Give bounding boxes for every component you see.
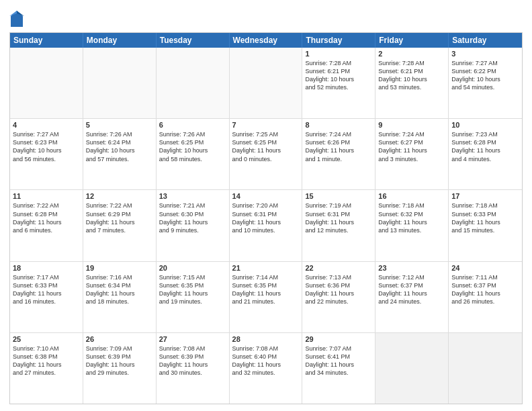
- day-info: Sunrise: 7:26 AM Sunset: 6:25 PM Dayligh…: [159, 130, 226, 163]
- calendar-cell: 20Sunrise: 7:15 AM Sunset: 6:35 PM Dayli…: [157, 262, 230, 332]
- day-info: Sunrise: 7:26 AM Sunset: 6:24 PM Dayligh…: [86, 130, 153, 163]
- day-info: Sunrise: 7:17 AM Sunset: 6:33 PM Dayligh…: [13, 273, 80, 306]
- calendar-cell: 27Sunrise: 7:08 AM Sunset: 6:39 PM Dayli…: [157, 333, 230, 404]
- calendar-cell: 26Sunrise: 7:09 AM Sunset: 6:39 PM Dayli…: [83, 333, 157, 404]
- calendar-cell: 21Sunrise: 7:14 AM Sunset: 6:35 PM Dayli…: [230, 262, 303, 332]
- calendar-cell: 13Sunrise: 7:21 AM Sunset: 6:30 PM Dayli…: [157, 190, 230, 261]
- calendar-header-cell: Friday: [375, 33, 449, 48]
- day-number: 5: [86, 121, 153, 129]
- day-info: Sunrise: 7:18 AM Sunset: 6:33 PM Dayligh…: [451, 201, 519, 234]
- day-info: Sunrise: 7:23 AM Sunset: 6:28 PM Dayligh…: [451, 130, 519, 163]
- calendar-cell: 15Sunrise: 7:19 AM Sunset: 6:31 PM Dayli…: [302, 190, 375, 261]
- day-number: 12: [86, 192, 153, 200]
- calendar-header-row: SundayMondayTuesdayWednesdayThursdayFrid…: [10, 33, 522, 48]
- calendar-cell: 12Sunrise: 7:22 AM Sunset: 6:29 PM Dayli…: [83, 190, 157, 261]
- day-number: 27: [159, 335, 226, 343]
- calendar-row: 11Sunrise: 7:22 AM Sunset: 6:28 PM Dayli…: [10, 190, 522, 261]
- calendar-cell: [230, 48, 303, 118]
- day-number: 7: [232, 121, 300, 129]
- calendar-cell: 25Sunrise: 7:10 AM Sunset: 6:38 PM Dayli…: [10, 333, 83, 404]
- day-info: Sunrise: 7:25 AM Sunset: 6:25 PM Dayligh…: [232, 130, 300, 163]
- day-info: Sunrise: 7:09 AM Sunset: 6:39 PM Dayligh…: [86, 345, 153, 377]
- day-number: 14: [232, 192, 300, 200]
- calendar-cell: 7Sunrise: 7:25 AM Sunset: 6:25 PM Daylig…: [230, 119, 303, 189]
- calendar-cell: 6Sunrise: 7:26 AM Sunset: 6:25 PM Daylig…: [157, 119, 230, 189]
- logo: [9, 9, 26, 28]
- day-number: 26: [86, 335, 153, 343]
- day-number: 19: [86, 264, 153, 272]
- day-number: 1: [305, 50, 372, 58]
- day-info: Sunrise: 7:24 AM Sunset: 6:27 PM Dayligh…: [378, 130, 445, 163]
- day-info: Sunrise: 7:27 AM Sunset: 6:22 PM Dayligh…: [451, 59, 519, 92]
- calendar-row: 1Sunrise: 7:28 AM Sunset: 6:21 PM Daylig…: [10, 48, 522, 119]
- calendar-cell: [10, 48, 83, 118]
- day-number: 8: [305, 121, 372, 129]
- calendar-cell: [83, 48, 157, 118]
- calendar-cell: 8Sunrise: 7:24 AM Sunset: 6:26 PM Daylig…: [302, 119, 375, 189]
- calendar-cell: 24Sunrise: 7:11 AM Sunset: 6:37 PM Dayli…: [449, 262, 522, 332]
- calendar-row: 4Sunrise: 7:27 AM Sunset: 6:23 PM Daylig…: [10, 119, 522, 190]
- calendar-cell: 2Sunrise: 7:28 AM Sunset: 6:21 PM Daylig…: [375, 48, 449, 118]
- day-number: 2: [378, 50, 445, 58]
- day-info: Sunrise: 7:20 AM Sunset: 6:31 PM Dayligh…: [232, 201, 300, 234]
- day-number: 6: [159, 121, 226, 129]
- calendar-cell: 19Sunrise: 7:16 AM Sunset: 6:34 PM Dayli…: [83, 262, 157, 332]
- day-info: Sunrise: 7:13 AM Sunset: 6:36 PM Dayligh…: [305, 273, 372, 306]
- calendar-header-cell: Wednesday: [230, 33, 303, 48]
- calendar-cell: [375, 333, 449, 404]
- day-info: Sunrise: 7:11 AM Sunset: 6:37 PM Dayligh…: [451, 273, 519, 306]
- day-number: 20: [159, 264, 226, 272]
- calendar-cell: 16Sunrise: 7:18 AM Sunset: 6:32 PM Dayli…: [375, 190, 449, 261]
- calendar-cell: 1Sunrise: 7:28 AM Sunset: 6:21 PM Daylig…: [302, 48, 375, 118]
- day-number: 13: [159, 192, 226, 200]
- day-number: 17: [451, 192, 519, 200]
- day-info: Sunrise: 7:28 AM Sunset: 6:21 PM Dayligh…: [305, 59, 372, 92]
- day-info: Sunrise: 7:12 AM Sunset: 6:37 PM Dayligh…: [378, 273, 445, 306]
- day-number: 25: [13, 335, 80, 343]
- calendar-cell: 23Sunrise: 7:12 AM Sunset: 6:37 PM Dayli…: [375, 262, 449, 332]
- day-number: 10: [451, 121, 519, 129]
- calendar-cell: 5Sunrise: 7:26 AM Sunset: 6:24 PM Daylig…: [83, 119, 157, 189]
- calendar-header-cell: Saturday: [449, 33, 522, 48]
- day-info: Sunrise: 7:27 AM Sunset: 6:23 PM Dayligh…: [13, 130, 80, 163]
- calendar-row: 18Sunrise: 7:17 AM Sunset: 6:33 PM Dayli…: [10, 262, 522, 333]
- calendar: SundayMondayTuesdayWednesdayThursdayFrid…: [9, 32, 523, 404]
- day-number: 16: [378, 192, 445, 200]
- calendar-header-cell: Monday: [83, 33, 157, 48]
- calendar-header-cell: Thursday: [302, 33, 375, 48]
- day-number: 24: [451, 264, 519, 272]
- calendar-cell: 14Sunrise: 7:20 AM Sunset: 6:31 PM Dayli…: [230, 190, 303, 261]
- calendar-cell: 18Sunrise: 7:17 AM Sunset: 6:33 PM Dayli…: [10, 262, 83, 332]
- calendar-cell: 11Sunrise: 7:22 AM Sunset: 6:28 PM Dayli…: [10, 190, 83, 261]
- day-info: Sunrise: 7:22 AM Sunset: 6:29 PM Dayligh…: [86, 201, 153, 234]
- calendar-cell: 29Sunrise: 7:07 AM Sunset: 6:41 PM Dayli…: [302, 333, 375, 404]
- day-number: 28: [232, 335, 300, 343]
- calendar-header-cell: Tuesday: [157, 33, 230, 48]
- day-number: 9: [378, 121, 445, 129]
- calendar-cell: 10Sunrise: 7:23 AM Sunset: 6:28 PM Dayli…: [449, 119, 522, 189]
- day-number: 22: [305, 264, 372, 272]
- day-info: Sunrise: 7:08 AM Sunset: 6:39 PM Dayligh…: [159, 345, 226, 377]
- day-number: 29: [305, 335, 372, 343]
- day-number: 15: [305, 192, 372, 200]
- calendar-cell: 3Sunrise: 7:27 AM Sunset: 6:22 PM Daylig…: [449, 48, 522, 118]
- calendar-cell: 28Sunrise: 7:08 AM Sunset: 6:40 PM Dayli…: [230, 333, 303, 404]
- calendar-row: 25Sunrise: 7:10 AM Sunset: 6:38 PM Dayli…: [10, 333, 522, 404]
- day-info: Sunrise: 7:19 AM Sunset: 6:31 PM Dayligh…: [305, 201, 372, 234]
- page: SundayMondayTuesdayWednesdayThursdayFrid…: [0, 0, 532, 411]
- day-info: Sunrise: 7:21 AM Sunset: 6:30 PM Dayligh…: [159, 201, 226, 234]
- logo-icon: [9, 9, 24, 28]
- calendar-cell: 4Sunrise: 7:27 AM Sunset: 6:23 PM Daylig…: [10, 119, 83, 189]
- day-info: Sunrise: 7:10 AM Sunset: 6:38 PM Dayligh…: [13, 345, 80, 377]
- day-info: Sunrise: 7:22 AM Sunset: 6:28 PM Dayligh…: [13, 201, 80, 234]
- calendar-cell: 9Sunrise: 7:24 AM Sunset: 6:27 PM Daylig…: [375, 119, 449, 189]
- day-info: Sunrise: 7:15 AM Sunset: 6:35 PM Dayligh…: [159, 273, 226, 306]
- day-number: 21: [232, 264, 300, 272]
- day-number: 3: [451, 50, 519, 58]
- calendar-header-cell: Sunday: [10, 33, 83, 48]
- day-info: Sunrise: 7:18 AM Sunset: 6:32 PM Dayligh…: [378, 201, 445, 234]
- calendar-body: 1Sunrise: 7:28 AM Sunset: 6:21 PM Daylig…: [10, 48, 522, 404]
- day-number: 18: [13, 264, 80, 272]
- calendar-cell: 17Sunrise: 7:18 AM Sunset: 6:33 PM Dayli…: [449, 190, 522, 261]
- calendar-cell: 22Sunrise: 7:13 AM Sunset: 6:36 PM Dayli…: [302, 262, 375, 332]
